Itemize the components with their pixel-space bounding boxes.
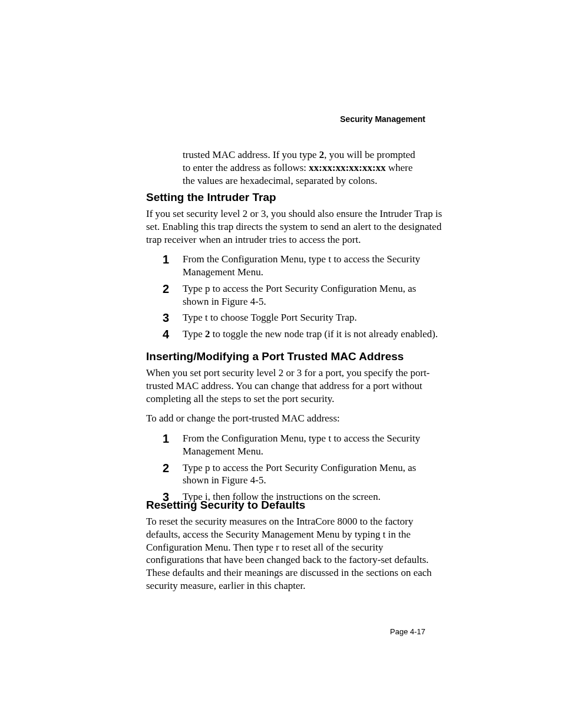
step-item: 1 From the Configuration Menu, type t to… [163,253,443,279]
section-heading: Inserting/Modifying a Port Trusted MAC A… [146,350,443,363]
step-text: From the Configuration Menu, type t to a… [183,432,443,458]
body-paragraph: To add or change the port-trusted MAC ad… [146,412,443,425]
step-item: 3 Type t to choose Toggle Port Security … [163,311,443,324]
step-item: 1 From the Configuration Menu, type t to… [163,432,443,458]
step-number: 4 [163,328,183,341]
text: Type [183,328,205,340]
body-paragraph: When you set port security level 2 or 3 … [146,367,443,405]
document-page: Security Management trusted MAC address.… [0,0,562,728]
step-item: 2 Type p to access the Port Security Con… [163,282,443,308]
body-paragraph: To reset the security measures on the In… [146,515,443,592]
page-number: Page 4-17 [390,627,425,636]
carryover-paragraph: trusted MAC address. If you type 2, you … [183,149,415,187]
text: to toggle the new node trap (if it is no… [210,328,438,340]
step-list: 1 From the Configuration Menu, type t to… [163,432,443,503]
section-reset-defaults: Resetting Security to Defaults To reset … [146,499,443,599]
step-number: 3 [163,311,183,324]
step-item: 4 Type 2 to toggle the new node trap (if… [163,328,443,341]
step-list: 1 From the Configuration Menu, type t to… [163,253,443,341]
step-number: 2 [163,462,183,475]
step-number: 1 [163,253,183,266]
step-text: Type t to choose Toggle Port Security Tr… [183,311,443,324]
step-text: Type p to access the Port Security Confi… [183,282,443,308]
bold-text: 2 [205,328,210,340]
step-text: Type 2 to toggle the new node trap (if i… [183,328,443,341]
step-number: 1 [163,432,183,445]
text: trusted MAC address. If you type [183,149,319,160]
step-number: 2 [163,282,183,295]
step-item: 2 Type p to access the Port Security Con… [163,462,443,487]
section-heading: Resetting Security to Defaults [146,499,443,512]
section-heading: Setting the Intruder Trap [146,191,443,204]
step-text: Type p to access the Port Security Confi… [183,462,443,487]
body-paragraph: If you set security level 2 or 3, you sh… [146,207,443,246]
step-text: From the Configuration Menu, type t to a… [183,253,443,279]
bold-text: xx:xx:xx:xx:xx:xx [309,162,385,173]
section-mac-address: Inserting/Modifying a Port Trusted MAC A… [146,350,443,507]
section-intruder-trap: Setting the Intruder Trap If you set sec… [146,191,443,344]
running-header: Security Management [340,114,425,124]
